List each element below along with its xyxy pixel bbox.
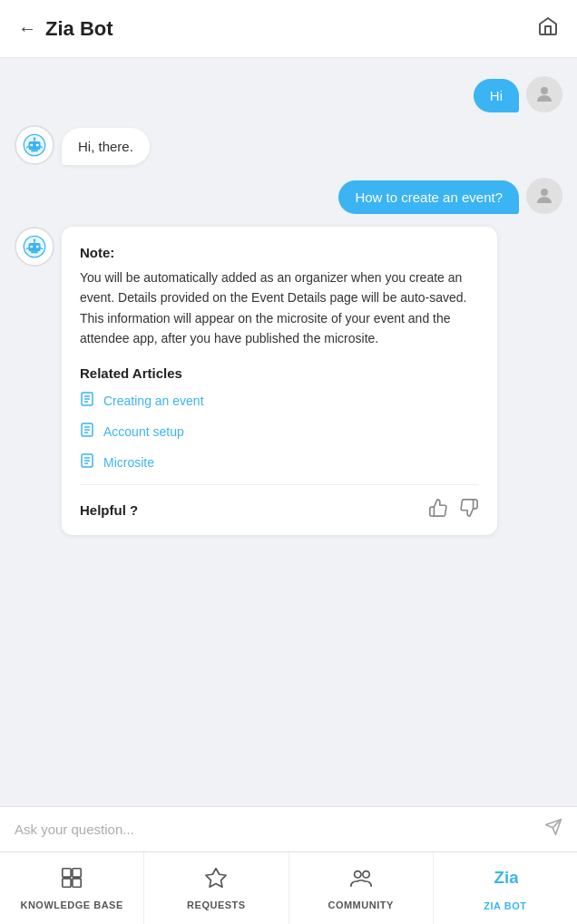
knowledge-base-icon — [60, 866, 83, 895]
svg-rect-9 — [31, 150, 38, 151]
note-text: You will be automatically added as an or… — [80, 267, 479, 349]
helpful-actions — [428, 498, 479, 522]
svg-rect-36 — [63, 879, 71, 887]
user-bubble-1: Hi — [474, 79, 519, 112]
article-link-1[interactable]: Creating an event — [103, 394, 204, 408]
svg-rect-3 — [30, 144, 33, 147]
svg-marker-38 — [206, 869, 226, 887]
community-icon — [349, 866, 373, 895]
article-link-2[interactable]: Account setup — [103, 424, 184, 439]
nav-label-zia-bot: ZIA BOT — [484, 900, 526, 911]
article-item-3[interactable]: Microsite — [80, 453, 479, 472]
chat-input[interactable] — [15, 822, 535, 837]
svg-point-6 — [34, 138, 36, 141]
user-avatar-2 — [526, 178, 562, 214]
article-icon-1 — [80, 392, 94, 410]
user-message-2: How to create an event? — [15, 178, 562, 214]
requests-icon — [204, 866, 228, 895]
article-icon-2 — [80, 423, 94, 441]
header-title: Zia Bot — [45, 17, 113, 41]
svg-point-10 — [541, 189, 548, 196]
back-button[interactable]: ← — [18, 18, 36, 39]
article-link-3[interactable]: Microsite — [103, 455, 154, 470]
bot-card: Note: You will be automatically added as… — [62, 227, 497, 535]
zia-bot-icon: Zia — [493, 865, 518, 896]
svg-rect-35 — [73, 869, 81, 877]
svg-rect-19 — [31, 251, 38, 253]
send-button[interactable] — [544, 818, 562, 841]
user-message-1: Hi — [15, 76, 562, 112]
helpful-row: Helpful ? — [80, 484, 479, 535]
svg-point-0 — [541, 87, 548, 94]
svg-text:Zia: Zia — [494, 868, 517, 887]
svg-rect-37 — [73, 879, 81, 887]
header-left: ← Zia Bot — [18, 17, 113, 41]
bot-card-row: Note: You will be automatically added as… — [15, 227, 562, 535]
nav-label-community: COMMUNITY — [328, 900, 393, 910]
svg-rect-13 — [30, 246, 33, 248]
header: ← Zia Bot — [0, 0, 577, 58]
user-bubble-2: How to create an event? — [338, 180, 519, 214]
home-button[interactable] — [537, 15, 559, 43]
user-avatar-1 — [526, 76, 562, 112]
note-label: Note: — [80, 245, 479, 260]
svg-rect-4 — [36, 144, 39, 147]
input-bar — [0, 806, 577, 851]
svg-point-39 — [354, 871, 360, 878]
related-articles-label: Related Articles — [80, 365, 479, 381]
svg-rect-14 — [36, 246, 39, 248]
thumbs-up-button[interactable] — [428, 498, 448, 522]
svg-point-40 — [362, 871, 368, 878]
thumbs-down-button[interactable] — [459, 498, 479, 522]
chat-area: Hi Hi, there. How — [0, 58, 577, 806]
svg-point-16 — [34, 239, 36, 242]
nav-label-knowledge-base: KNOWLEDGE BASE — [20, 900, 122, 910]
article-item-1[interactable]: Creating an event — [80, 392, 479, 410]
nav-item-community[interactable]: COMMUNITY — [289, 852, 434, 924]
helpful-label: Helpful ? — [80, 502, 138, 518]
article-item-2[interactable]: Account setup — [80, 423, 479, 441]
article-icon-3 — [80, 453, 94, 472]
bot-bubble-1: Hi, there. — [62, 128, 150, 165]
bot-avatar-2 — [15, 227, 54, 267]
nav-item-knowledge-base[interactable]: KNOWLEDGE BASE — [0, 852, 144, 924]
nav-label-requests: REQUESTS — [187, 900, 246, 910]
nav-item-requests[interactable]: REQUESTS — [144, 852, 288, 924]
bottom-nav: KNOWLEDGE BASE REQUESTS COMMUNITY Zia — [0, 851, 577, 924]
bot-message-1: Hi, there. — [15, 125, 562, 165]
nav-item-zia-bot[interactable]: Zia ZIA BOT — [434, 852, 577, 924]
svg-rect-34 — [63, 869, 71, 877]
bot-avatar-1 — [15, 125, 54, 165]
